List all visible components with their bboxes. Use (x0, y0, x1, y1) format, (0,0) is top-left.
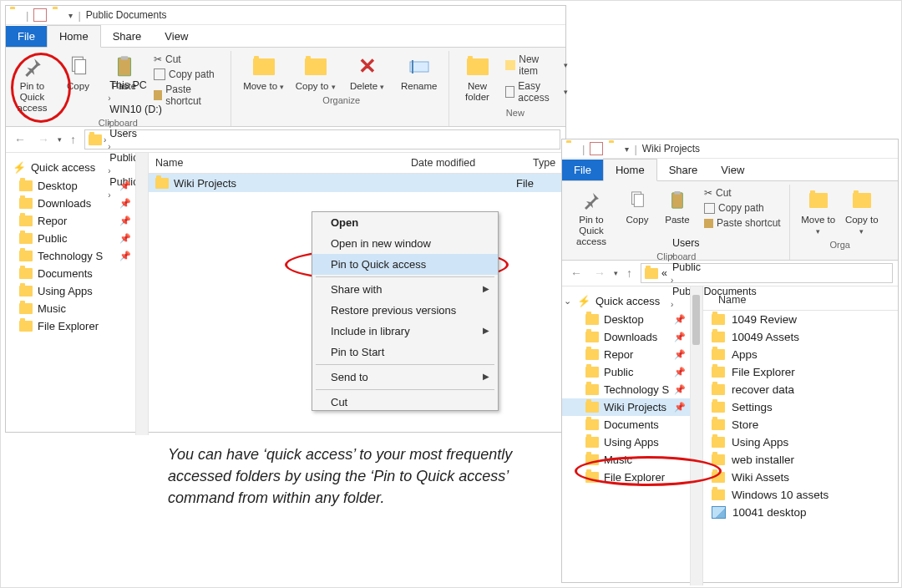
ctx-pin-start[interactable]: Pin to Start (312, 342, 498, 362)
pin-to-quick-access-button[interactable]: Pin to Quick access (11, 51, 53, 116)
sidebar-item[interactable]: Music (6, 300, 148, 317)
tab-view[interactable]: View (153, 26, 200, 47)
col-type[interactable]: Type (526, 157, 562, 169)
history-dropdown[interactable]: ▾ (614, 271, 618, 276)
sidebar-item[interactable]: Public📌 (6, 230, 148, 247)
nav-forward[interactable]: → (34, 131, 53, 148)
ctx-share-with[interactable]: Share with▶ (312, 279, 498, 300)
quick-access-header[interactable]: ⌄ ⚡ Quick access (562, 291, 702, 311)
breadcrumb-segment[interactable]: Users (671, 237, 758, 249)
chevron-icon[interactable]: › (671, 276, 673, 285)
sidebar-item[interactable]: Documents (562, 416, 702, 433)
breadcrumb-truncate[interactable]: « (660, 267, 669, 279)
tab-view[interactable]: View (709, 160, 756, 180)
sidebar-item[interactable]: Documents (6, 265, 148, 282)
ctx-restore[interactable]: Restore previous versions (312, 300, 498, 321)
sidebar-item[interactable]: Repor📌 (562, 346, 702, 363)
qat-dropdown[interactable]: ▾ (625, 144, 629, 154)
cut-button[interactable]: ✂ Cut (150, 53, 224, 66)
nav-back[interactable]: ← (567, 265, 585, 281)
sidebar-item[interactable]: Technology S📌 (562, 381, 702, 398)
sidebar-item[interactable]: Downloads📌 (6, 195, 148, 212)
quick-access-header[interactable]: ⚡ Quick access (6, 158, 148, 177)
ctx-cut[interactable]: Cut (312, 392, 498, 410)
tab-file[interactable]: File (562, 160, 603, 180)
delete-button[interactable]: ✕ Delete ▾ (343, 51, 392, 94)
sidebar-item[interactable]: Using Apps (562, 433, 702, 451)
cut-button[interactable]: ✂Cut (701, 186, 784, 200)
qat-icon[interactable] (590, 142, 603, 155)
ctx-pin-quick-access[interactable]: Pin to Quick access (312, 254, 498, 275)
paste-shortcut-button[interactable]: Paste shortcut (701, 216, 784, 230)
copy-button[interactable]: Copy (57, 51, 99, 116)
file-row[interactable]: Store (703, 416, 898, 433)
file-row[interactable]: Apps (703, 346, 898, 363)
file-row[interactable]: Windows 10 assets (703, 486, 898, 504)
tab-file[interactable]: File (6, 26, 47, 47)
rename-button[interactable]: Rename (395, 51, 443, 94)
file-row[interactable]: 10049 Assets (703, 328, 898, 346)
col-date[interactable]: Date modified (404, 157, 526, 169)
tab-home[interactable]: Home (603, 159, 657, 181)
sidebar-scrollbar[interactable] (690, 286, 702, 585)
file-row[interactable]: File Explorer (703, 363, 898, 381)
move-to-button[interactable]: Move to ▾ (240, 51, 288, 94)
file-row[interactable]: 10041 desktop (703, 504, 898, 521)
chevron-icon[interactable]: › (108, 94, 110, 103)
pin-to-quick-access-button[interactable]: Pin to Quick access (567, 185, 616, 250)
file-row[interactable]: Using Apps (703, 433, 898, 451)
chevron-icon[interactable]: › (108, 118, 110, 127)
chevron-icon[interactable]: › (108, 142, 110, 151)
file-row[interactable]: web installer (703, 451, 898, 469)
file-row[interactable]: recover data (703, 381, 898, 398)
sidebar-item[interactable]: Repor📌 (6, 212, 148, 230)
sidebar-scrollbar[interactable] (135, 153, 148, 435)
tab-share[interactable]: Share (101, 26, 154, 47)
new-item-button[interactable]: New item ▾ (502, 53, 571, 78)
sidebar-item[interactable]: Technology S📌 (6, 247, 148, 265)
easy-access-button[interactable]: Easy access ▾ (502, 79, 571, 104)
copy-button[interactable]: Copy (619, 185, 656, 250)
copy-to-button[interactable]: Copy to ▾ (291, 51, 340, 94)
col-name[interactable]: Name (712, 294, 753, 306)
ctx-send-to[interactable]: Send to▶ (312, 367, 498, 388)
copypath-button[interactable]: Copy path (701, 201, 784, 215)
sidebar-item[interactable]: Music (562, 451, 702, 469)
tab-home[interactable]: Home (47, 25, 101, 48)
sidebar-item[interactable]: File Explorer (6, 317, 148, 335)
new-folder-button[interactable]: New folder (458, 51, 498, 106)
chevron-icon[interactable]: › (671, 251, 673, 261)
sidebar-item[interactable]: Using Apps (6, 282, 148, 300)
file-row-wiki-projects[interactable]: Wiki Projects File (149, 174, 565, 192)
nav-back[interactable]: ← (11, 131, 29, 148)
copy-to-button[interactable]: Copy to ▾ (842, 185, 882, 238)
move-to-button[interactable]: Move to ▾ (798, 185, 839, 238)
history-dropdown[interactable]: ▾ (58, 137, 62, 142)
ctx-open[interactable]: Open (312, 212, 498, 233)
file-row[interactable]: Settings (703, 398, 898, 416)
nav-up[interactable]: ↑ (67, 131, 79, 148)
address-bar[interactable]: « Users›Public›Public Documents› (641, 263, 893, 283)
ctx-open-new-window[interactable]: Open in new window (312, 233, 498, 254)
col-name[interactable]: Name (149, 157, 404, 169)
tab-share[interactable]: Share (657, 160, 710, 180)
file-row[interactable]: 1049 Review (703, 311, 898, 328)
sidebar-item[interactable]: Public📌 (562, 363, 702, 381)
scrollbar-thumb[interactable] (692, 295, 700, 345)
address-bar[interactable]: › This PC›WIN10 (D:)›Users›Public›Public… (84, 129, 560, 150)
nav-forward[interactable]: → (590, 265, 609, 281)
breadcrumb-segment[interactable]: Users (108, 128, 195, 139)
sidebar-item[interactable]: Wiki Projects📌 (562, 398, 702, 416)
sidebar-item[interactable]: Downloads📌 (562, 328, 702, 346)
qat-folder-icon[interactable] (608, 143, 620, 155)
qat-dropdown[interactable]: ▾ (68, 11, 73, 20)
qat-icon[interactable] (33, 8, 47, 22)
chevron-icon[interactable]: › (104, 135, 106, 144)
chevron-down-icon[interactable]: ⌄ (564, 296, 571, 307)
sidebar-item[interactable]: Desktop📌 (562, 311, 702, 328)
nav-up[interactable]: ↑ (623, 265, 636, 281)
breadcrumb-segment[interactable]: This PC (108, 79, 195, 91)
breadcrumb-segment[interactable]: WIN10 (D:) (108, 104, 195, 115)
qat-folder-icon[interactable] (52, 9, 63, 21)
file-row[interactable]: Wiki Assets (703, 469, 898, 486)
